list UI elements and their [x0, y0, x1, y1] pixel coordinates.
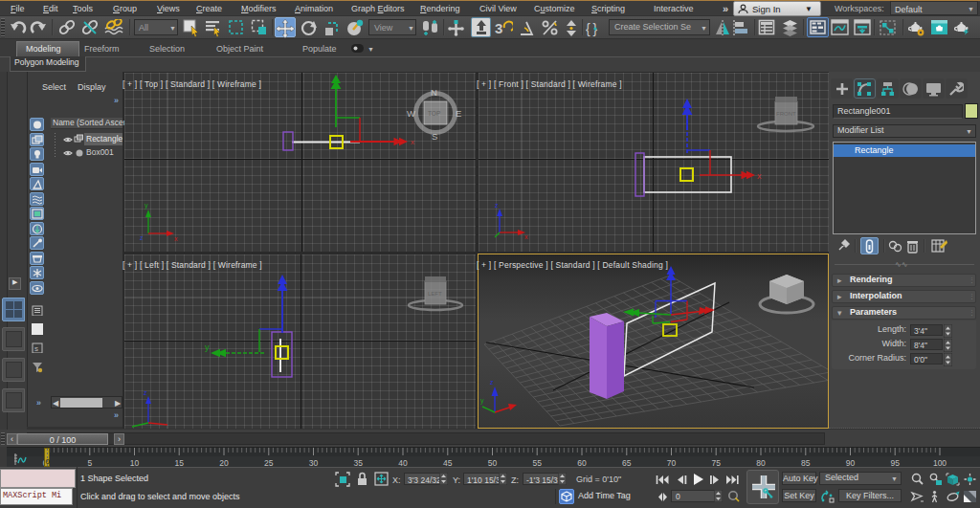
svg-text:y: y — [205, 342, 210, 352]
svg-text:y: y — [480, 397, 484, 405]
svg-text:z: z — [140, 234, 144, 241]
svg-text:z: z — [495, 202, 499, 209]
svg-text:LEFT: LEFT — [428, 291, 442, 297]
svg-text:N: N — [431, 87, 437, 98]
svg-text:z: z — [144, 389, 147, 396]
svg-text:TOP: TOP — [428, 110, 440, 117]
svg-text:x: x — [411, 138, 414, 146]
svg-text:s: s — [34, 344, 38, 353]
svg-text:FRONT: FRONT — [776, 111, 796, 117]
svg-text:x: x — [524, 233, 528, 240]
svg-text:z: z — [490, 379, 494, 386]
svg-text:W: W — [407, 108, 415, 119]
svg-text:E: E — [456, 108, 461, 119]
svg-text:3: 3 — [495, 20, 502, 36]
svg-text:S: S — [432, 131, 437, 142]
svg-text:x: x — [174, 235, 178, 242]
svg-text:x: x — [757, 171, 762, 181]
svg-text:x: x — [168, 427, 172, 429]
svg-text:y: y — [145, 202, 148, 210]
